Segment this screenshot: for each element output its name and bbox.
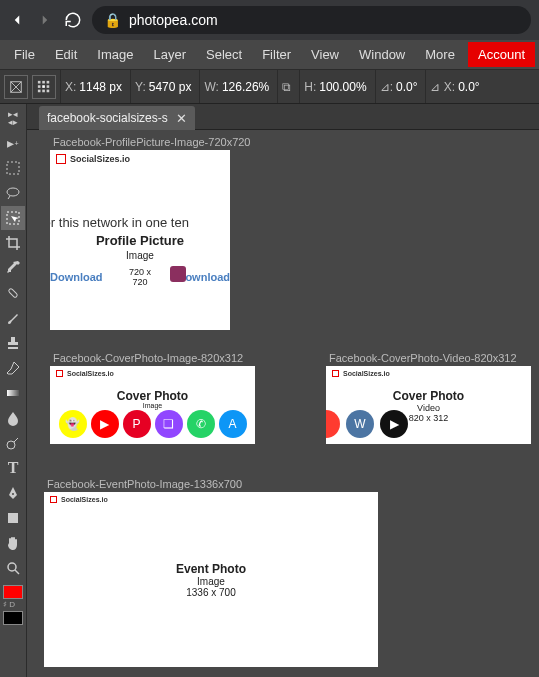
rotation-label: ⊿:: [380, 80, 393, 94]
menu-account[interactable]: Account: [468, 42, 535, 67]
artboard-label[interactable]: Facebook-ProfilePicture-Image-720x720: [53, 136, 251, 148]
menu-file[interactable]: File: [4, 42, 45, 67]
dodge-tool-icon[interactable]: [1, 431, 25, 455]
socialsizes-logo-icon: [50, 496, 57, 503]
svg-point-19: [8, 563, 16, 571]
eraser-tool-icon[interactable]: [1, 356, 25, 380]
artboard-title: Cover Photo: [50, 389, 255, 403]
socialsizes-brand: SocialSizes.io: [343, 370, 390, 377]
twitch-icon: ❏: [155, 410, 183, 438]
svg-rect-12: [7, 162, 19, 174]
hand-tool-icon[interactable]: [1, 531, 25, 555]
h-value[interactable]: 100.00%: [319, 80, 366, 94]
artboard-label[interactable]: Facebook-CoverPhoto-Image-820x312: [53, 352, 243, 364]
brush-tool-icon[interactable]: [1, 306, 25, 330]
browser-bar: 🔒 photopea.com: [0, 0, 539, 40]
svg-rect-5: [47, 80, 50, 83]
artboard-title: Cover Photo: [326, 389, 531, 403]
svg-rect-9: [38, 89, 41, 92]
svg-rect-18: [8, 513, 18, 523]
marquee-tool-icon[interactable]: [1, 156, 25, 180]
gradient-tool-icon[interactable]: [1, 381, 25, 405]
healing-tool-icon[interactable]: [1, 281, 25, 305]
skew-label: ⊿ X:: [430, 80, 455, 94]
artboard-dims: 720 x 720: [121, 267, 160, 287]
zoom-tool-icon[interactable]: [1, 556, 25, 580]
artboard-profile-picture[interactable]: SocialSizes.io for this network in one t…: [50, 150, 230, 330]
socialsizes-brand: SocialSizes.io: [70, 154, 130, 164]
artboard-title: Event Photo: [44, 562, 378, 576]
url-bar[interactable]: 🔒 photopea.com: [92, 6, 531, 34]
document-tab-label: facebook-socialsizes-s: [47, 111, 168, 125]
link-wh-icon[interactable]: ⧉: [282, 80, 291, 94]
w-value[interactable]: 126.26%: [222, 80, 269, 94]
menu-select[interactable]: Select: [196, 42, 252, 67]
canvas[interactable]: Facebook-ProfilePicture-Image-720x720 So…: [27, 130, 539, 677]
small-thumb-icon: [170, 266, 186, 282]
whatsapp-icon: ✆: [187, 410, 215, 438]
cropped-text: for this network in one ten: [50, 215, 189, 230]
forward-icon[interactable]: [36, 11, 54, 29]
background-color[interactable]: [3, 611, 23, 625]
toolbar: ▸◂◂▸ ▸+ T ♯ D: [0, 104, 27, 677]
artboard-subtitle: Image: [50, 250, 230, 261]
svg-rect-7: [42, 85, 45, 88]
artboard-cover-photo-image[interactable]: SocialSizes.io Cover Photo Image 👻 ▶ P ❏…: [50, 366, 255, 444]
y-label: Y:: [135, 80, 146, 94]
foreground-color[interactable]: [3, 585, 23, 599]
reload-icon[interactable]: [64, 11, 82, 29]
color-swatches[interactable]: ♯ D: [3, 585, 23, 625]
menu-bar: File Edit Image Layer Select Filter View…: [0, 40, 539, 70]
snapchat-icon: 👻: [59, 410, 87, 438]
tab-strip: facebook-socialsizes-s ✕: [27, 104, 539, 130]
document-tab[interactable]: facebook-socialsizes-s ✕: [39, 106, 195, 130]
artboard-dims: 1336 x 700: [44, 587, 378, 598]
artboard-label[interactable]: Facebook-CoverPhoto-Video-820x312: [329, 352, 517, 364]
download-link[interactable]: Download: [50, 271, 103, 283]
document-area: facebook-socialsizes-s ✕ Facebook-Profil…: [27, 104, 539, 677]
close-tab-icon[interactable]: ✕: [176, 111, 187, 126]
eyedropper-tool-icon[interactable]: [1, 256, 25, 280]
menu-edit[interactable]: Edit: [45, 42, 87, 67]
socialsizes-brand: SocialSizes.io: [61, 496, 108, 503]
crop-tool-icon[interactable]: [1, 231, 25, 255]
shape-tool-icon[interactable]: [1, 506, 25, 530]
stamp-tool-icon[interactable]: [1, 331, 25, 355]
menu-window[interactable]: Window: [349, 42, 415, 67]
menu-more[interactable]: More: [415, 42, 465, 67]
menu-view[interactable]: View: [301, 42, 349, 67]
menu-filter[interactable]: Filter: [252, 42, 301, 67]
menu-layer[interactable]: Layer: [144, 42, 197, 67]
url-text: photopea.com: [129, 12, 218, 28]
x-value[interactable]: 1148 px: [79, 80, 122, 94]
transform-icon[interactable]: [4, 75, 28, 99]
artboard-cover-photo-video[interactable]: SocialSizes.io Cover Photo Video 820 x 3…: [326, 366, 531, 444]
swatch-label: ♯ D: [3, 600, 23, 609]
move-tool-icon[interactable]: ▸+: [1, 131, 25, 155]
svg-rect-3: [38, 80, 41, 83]
pen-tool-icon[interactable]: [1, 481, 25, 505]
artboard-event-photo[interactable]: SocialSizes.io Event Photo Image 1336 x …: [44, 492, 378, 667]
socialsizes-logo-icon: [56, 154, 66, 164]
skew-value[interactable]: 0.0°: [458, 80, 479, 94]
back-icon[interactable]: [8, 11, 26, 29]
type-tool-icon[interactable]: T: [1, 456, 25, 480]
socialsizes-header: SocialSizes.io: [50, 150, 230, 168]
socialsizes-header: SocialSizes.io: [50, 366, 255, 381]
cursor-arrows-icon[interactable]: ▸◂◂▸: [1, 106, 25, 130]
rotation-value[interactable]: 0.0°: [396, 80, 417, 94]
svg-rect-4: [42, 80, 45, 83]
menu-image[interactable]: Image: [87, 42, 143, 67]
object-select-tool-icon[interactable]: [1, 206, 25, 230]
lasso-tool-icon[interactable]: [1, 181, 25, 205]
svg-rect-16: [7, 390, 19, 396]
blur-tool-icon[interactable]: [1, 406, 25, 430]
y-value[interactable]: 5470 px: [149, 80, 192, 94]
lock-icon: 🔒: [104, 12, 121, 28]
svg-point-17: [7, 441, 15, 449]
artboard-label[interactable]: Facebook-EventPhoto-Image-1336x700: [47, 478, 242, 490]
anchor-icon[interactable]: [32, 75, 56, 99]
socialsizes-logo-icon: [332, 370, 339, 377]
svg-rect-8: [47, 85, 50, 88]
socialsizes-header: SocialSizes.io: [326, 366, 531, 381]
